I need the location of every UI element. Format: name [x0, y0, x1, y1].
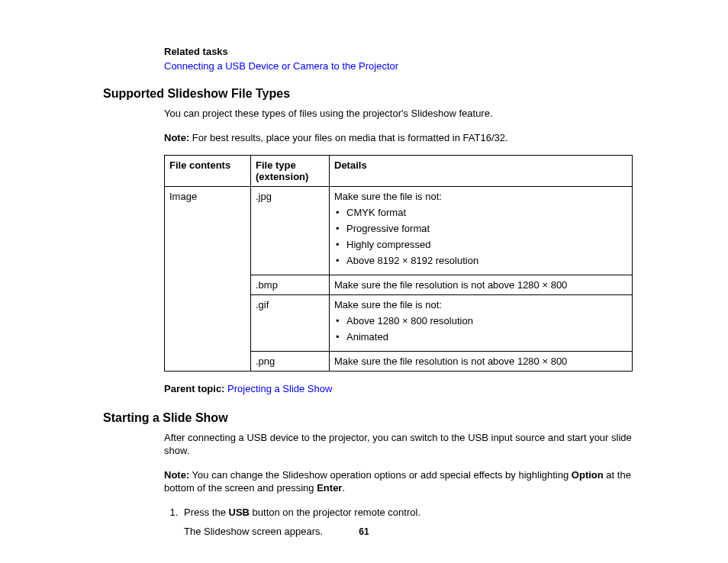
parent-topic-label: Parent topic:	[164, 383, 227, 394]
related-tasks-label: Related tasks	[164, 46, 633, 57]
note-fat16: Note: For best results, place your files…	[164, 131, 633, 145]
cell-gif-ext: .gif	[251, 295, 330, 352]
th-file-contents: File contents	[165, 156, 251, 187]
note-option: Note: You can change the Slideshow opera…	[164, 468, 633, 495]
cell-bmp-details: Make sure the file resolution is not abo…	[330, 275, 633, 295]
filetype-table: File contents File type (extension) Deta…	[164, 155, 633, 372]
heading-supported-filetypes: Supported Slideshow File Types	[103, 87, 633, 101]
intro-paragraph: You can project these types of files usi…	[164, 107, 633, 121]
heading-starting-slideshow: Starting a Slide Show	[103, 411, 633, 425]
cell-gif-details: Make sure the file is not: Above 1280 × …	[330, 295, 633, 352]
cell-bmp-ext: .bmp	[251, 275, 330, 295]
th-file-type: File type (extension)	[251, 156, 330, 187]
jpg-bullet-resolution: Above 8192 × 8192 resolution	[334, 255, 627, 266]
note-text-2a: You can change the Slideshow operation o…	[189, 469, 572, 481]
note-label-2: Note:	[164, 469, 189, 481]
cell-jpg-details: Make sure the file is not: CMYK format P…	[330, 187, 633, 275]
note-text: For best results, place your files on me…	[189, 132, 507, 143]
jpg-detail-intro: Make sure the file is not:	[334, 191, 442, 202]
cell-png-details: Make sure the file resolution is not abo…	[330, 352, 633, 372]
jpg-bullet-progressive: Progressive format	[334, 223, 627, 234]
note-bold-option: Option	[572, 469, 604, 481]
cell-jpg-ext: .jpg	[251, 187, 330, 275]
step1-text-a: Press the	[184, 507, 229, 518]
starting-intro: After connecting a USB device to the pro…	[164, 431, 633, 458]
note-bold-enter: Enter	[317, 482, 342, 494]
gif-bullet-resolution: Above 1280 × 800 resolution	[334, 315, 627, 327]
cell-png-ext: .png	[251, 352, 330, 372]
parent-topic-link[interactable]: Projecting a Slide Show	[227, 383, 332, 394]
note-label: Note:	[164, 132, 189, 143]
note-text-2c: .	[342, 482, 345, 494]
parent-topic: Parent topic: Projecting a Slide Show	[164, 382, 633, 396]
gif-detail-intro: Make sure the file is not:	[334, 299, 442, 310]
th-details: Details	[330, 156, 633, 187]
jpg-bullet-compressed: Highly compressed	[334, 239, 627, 250]
page-number: 61	[0, 526, 728, 537]
gif-bullet-animated: Animated	[334, 331, 627, 343]
step1-text-b: button on the projector remote control.	[250, 507, 420, 518]
related-link-usb[interactable]: Connecting a USB Device or Camera to the…	[164, 60, 398, 72]
step1-usb-bold: USB	[229, 507, 250, 518]
jpg-bullet-cmyk: CMYK format	[334, 207, 627, 218]
cell-image: Image	[165, 187, 251, 372]
